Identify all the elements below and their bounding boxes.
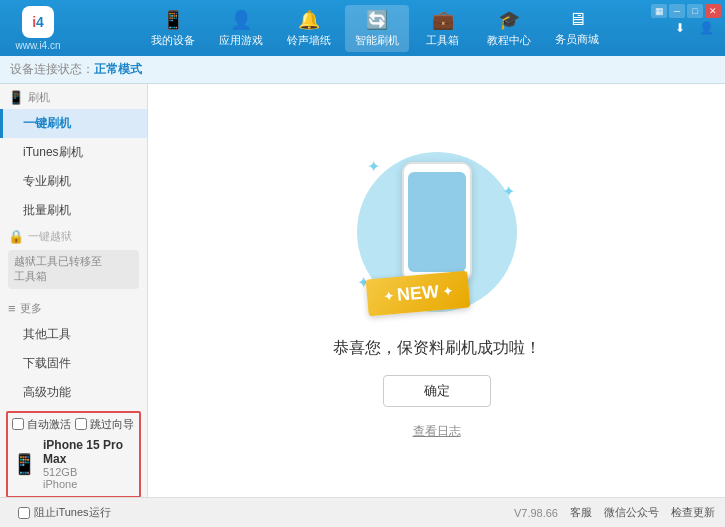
download-button[interactable]: ⬇: [669, 17, 691, 39]
nav-my-device[interactable]: 📱 我的设备: [141, 5, 205, 52]
main-layout: 📱 刷机 一键刷机 iTunes刷机 专业刷机 批量刷机 🔒 一键越狱 越狱工具…: [0, 84, 725, 497]
phone-body: [402, 162, 472, 282]
itunes-label: 阻止iTunes运行: [34, 505, 111, 520]
one-key-flash-label: 一键刷机: [23, 116, 71, 130]
device-storage: 512GB: [43, 466, 135, 478]
bottom-bar: 阻止iTunes运行 V7.98.66 客服 微信公众号 检查更新: [0, 497, 725, 527]
confirm-button[interactable]: 确定: [383, 375, 491, 407]
more-section-label: 更多: [20, 301, 42, 316]
nav-apps-games[interactable]: 👤 应用游戏: [209, 5, 273, 52]
skip-guide-checkbox[interactable]: 跳过向导: [75, 417, 134, 432]
jailbreak-section-label: 一键越狱: [28, 229, 72, 244]
ringtones-label: 铃声墙纸: [287, 33, 331, 48]
lock-icon: 🔒: [8, 229, 24, 244]
customer-service-link[interactable]: 客服: [570, 505, 592, 520]
toolbox-label: 工具箱: [426, 33, 459, 48]
maximize-button[interactable]: □: [687, 4, 703, 18]
download-firmware-label: 下载固件: [23, 356, 71, 370]
device-info: 📱 iPhone 15 Pro Max 512GB iPhone: [12, 436, 135, 492]
sidebar: 📱 刷机 一键刷机 iTunes刷机 专业刷机 批量刷机 🔒 一键越狱 越狱工具…: [0, 84, 148, 497]
main-content: ✦ ✦ ✦ NEW 恭喜您，保资料刷机成功啦！ 确定 查看日志: [148, 84, 725, 497]
sparkle-icon-2: ✦: [502, 182, 515, 201]
service-icon: 🖥: [568, 9, 586, 30]
my-device-icon: 📱: [162, 9, 184, 31]
itunes-checkbox[interactable]: [18, 507, 30, 519]
version-text: V7.98.66: [514, 507, 558, 519]
device-type: iPhone: [43, 478, 135, 490]
sidebar-item-other-tools[interactable]: 其他工具: [0, 320, 147, 349]
nav-service[interactable]: 🖥 务员商城: [545, 5, 609, 52]
other-tools-label: 其他工具: [23, 327, 71, 341]
sidebar-disabled-notice: 越狱工具已转移至工具箱: [8, 250, 139, 289]
service-label: 务员商城: [555, 32, 599, 47]
user-button[interactable]: 👤: [695, 17, 717, 39]
more-section-icon: ≡: [8, 301, 16, 316]
batch-flash-label: 批量刷机: [23, 203, 71, 217]
sidebar-section-flash: 📱 刷机: [0, 84, 147, 109]
nav-smart-flash[interactable]: 🔄 智能刷机: [345, 5, 409, 52]
flash-section-icon: 📱: [8, 90, 24, 105]
ringtones-icon: 🔔: [298, 9, 320, 31]
wechat-link[interactable]: 微信公众号: [604, 505, 659, 520]
success-container: ✦ ✦ ✦ NEW 恭喜您，保资料刷机成功啦！ 确定 查看日志: [333, 142, 541, 440]
sub-header-prefix: 设备连接状态：: [10, 61, 94, 78]
logo-text: www.i4.cn: [15, 40, 60, 51]
phone-illustration: ✦ ✦ ✦ NEW: [347, 142, 527, 322]
sidebar-item-download-firmware[interactable]: 下载固件: [0, 349, 147, 378]
device-phone-icon: 📱: [12, 452, 37, 476]
logo-icon: i4: [22, 6, 54, 38]
nav-tutorial[interactable]: 🎓 教程中心: [477, 5, 541, 52]
device-name: iPhone 15 Pro Max: [43, 438, 135, 466]
apps-games-label: 应用游戏: [219, 33, 263, 48]
auto-activate-checkbox[interactable]: 自动激活: [12, 417, 71, 432]
close-button[interactable]: ✕: [705, 4, 721, 18]
app-logo: i4 www.i4.cn: [8, 6, 68, 51]
main-nav: 📱 我的设备 👤 应用游戏 🔔 铃声墙纸 🔄 智能刷机 💼 工具箱 🎓: [80, 5, 669, 52]
sparkle-icon-1: ✦: [367, 157, 380, 176]
sub-header: 设备连接状态： 正常模式: [0, 56, 725, 84]
smart-flash-icon: 🔄: [366, 9, 388, 31]
smart-flash-label: 智能刷机: [355, 33, 399, 48]
sidebar-item-itunes-flash[interactable]: iTunes刷机: [0, 138, 147, 167]
phone-screen: [408, 172, 466, 272]
skip-guide-label: 跳过向导: [90, 417, 134, 432]
success-text: 恭喜您，保资料刷机成功啦！: [333, 338, 541, 359]
auto-activate-label: 自动激活: [27, 417, 71, 432]
sidebar-section-jailbreak: 🔒 一键越狱: [0, 225, 147, 248]
nav-ringtones[interactable]: 🔔 铃声墙纸: [277, 5, 341, 52]
toolbox-icon: 💼: [432, 9, 454, 31]
skip-guide-input[interactable]: [75, 418, 87, 430]
tutorial-icon: 🎓: [498, 9, 520, 31]
check-update-link[interactable]: 检查更新: [671, 505, 715, 520]
device-details: iPhone 15 Pro Max 512GB iPhone: [43, 438, 135, 490]
device-checkboxes: 自动激活 跳过向导: [12, 417, 135, 432]
advanced-label: 高级功能: [23, 385, 71, 399]
sub-header-status: 正常模式: [94, 61, 142, 78]
my-device-label: 我的设备: [151, 33, 195, 48]
sidebar-section-more: ≡ 更多: [0, 295, 147, 320]
tutorial-label: 教程中心: [487, 33, 531, 48]
disabled-notice-text: 越狱工具已转移至工具箱: [14, 255, 102, 282]
header-actions: ⬇ 👤: [669, 17, 717, 39]
flash-section-label: 刷机: [28, 90, 50, 105]
itunes-flash-label: iTunes刷机: [23, 145, 83, 159]
itunes-bar: 阻止iTunes运行: [10, 501, 119, 524]
sidebar-item-batch-flash[interactable]: 批量刷机: [0, 196, 147, 225]
auto-activate-input[interactable]: [12, 418, 24, 430]
minimize-button[interactable]: ─: [669, 4, 685, 18]
window-controls: ▦ ─ □ ✕: [651, 4, 721, 18]
app-header: i4 www.i4.cn 📱 我的设备 👤 应用游戏 🔔 铃声墙纸 🔄 智能刷机: [0, 0, 725, 56]
pro-flash-label: 专业刷机: [23, 174, 71, 188]
sidebar-item-advanced[interactable]: 高级功能: [0, 378, 147, 407]
sidebar-item-pro-flash[interactable]: 专业刷机: [0, 167, 147, 196]
device-section: 自动激活 跳过向导 📱 iPhone 15 Pro Max 512GB iPho…: [6, 411, 141, 497]
bottom-right: V7.98.66 客服 微信公众号 检查更新: [514, 505, 715, 520]
wifi-icon: ▦: [651, 4, 667, 18]
apps-games-icon: 👤: [230, 9, 252, 31]
sidebar-item-one-key-flash[interactable]: 一键刷机: [0, 109, 147, 138]
log-link[interactable]: 查看日志: [413, 423, 461, 440]
nav-toolbox[interactable]: 💼 工具箱: [413, 5, 473, 52]
